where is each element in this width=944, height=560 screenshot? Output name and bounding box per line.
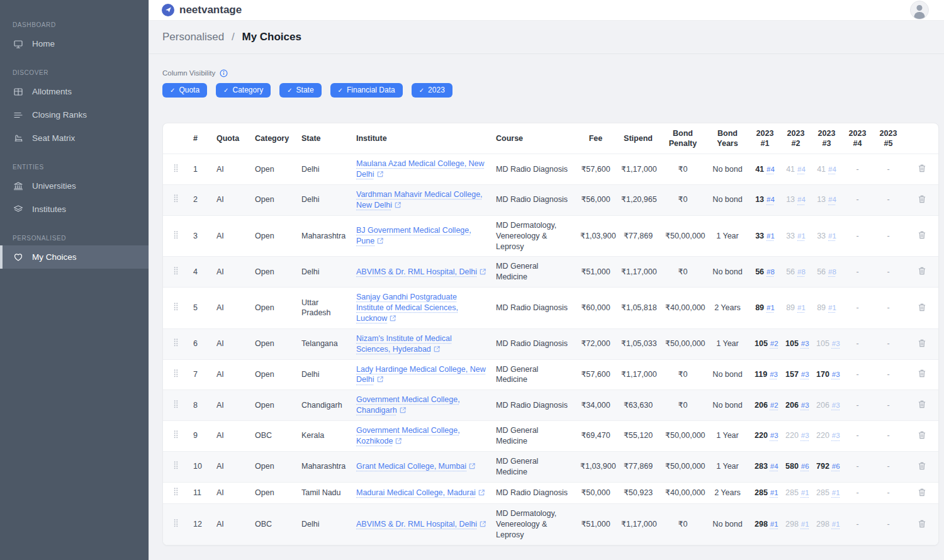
cell-bond_penalty: ₹40,00,000: [660, 482, 705, 504]
drag-handle-icon[interactable]: [173, 266, 179, 275]
institute-link[interactable]: Sanjay Gandhi Postgraduate Institute of …: [356, 293, 458, 323]
column-header-line: Years: [711, 138, 745, 148]
round-tag-link[interactable]: #1: [770, 489, 778, 496]
institute-link[interactable]: ABVIMS & Dr. RML Hospital, Delhi: [356, 267, 477, 276]
round-tag-link[interactable]: #4: [828, 165, 836, 173]
drag-handle-icon[interactable]: [173, 400, 179, 408]
round-tag-link[interactable]: #1: [828, 304, 836, 311]
round-tag-link[interactable]: #1: [797, 232, 806, 240]
delete-row-button[interactable]: [917, 230, 927, 240]
chip-state[interactable]: ✓State: [279, 83, 321, 98]
sidebar-item-my-choices[interactable]: My Choices: [0, 245, 149, 269]
round-tag-link[interactable]: #4: [767, 165, 775, 173]
delete-row-button[interactable]: [917, 368, 927, 379]
round-tag-link[interactable]: #8: [767, 268, 775, 276]
round-tag-link[interactable]: #1: [828, 232, 836, 240]
round-tag-link[interactable]: #1: [767, 304, 775, 311]
round-tag-link[interactable]: #3: [801, 371, 809, 378]
round-tag-link[interactable]: #3: [801, 401, 809, 409]
cell-course: MD Radio Diagnosis: [491, 482, 575, 504]
closing-rank-value: 56: [817, 267, 826, 276]
delete-row-button[interactable]: [917, 163, 927, 174]
chip-quota[interactable]: ✓Quota: [162, 83, 207, 98]
cell-quota: AI: [211, 215, 250, 257]
drag-handle-icon[interactable]: [173, 487, 179, 496]
chip-2023[interactable]: ✓2023: [412, 83, 452, 98]
round-tag-link[interactable]: #4: [767, 196, 775, 203]
delete-row-button[interactable]: [917, 194, 927, 204]
institute-link[interactable]: Government Medical College, Kozhikode: [356, 426, 460, 445]
cell-2023-round-1: 283#4: [750, 451, 780, 482]
chip-financial-data[interactable]: ✓Financial Data: [330, 83, 403, 98]
round-tag-link[interactable]: #3: [832, 340, 840, 347]
round-tag-link[interactable]: #8: [797, 268, 806, 276]
round-tag-link[interactable]: #4: [770, 462, 778, 470]
round-tag-link[interactable]: #1: [770, 520, 778, 528]
institute-link[interactable]: Lady Hardinge Medical College, New Delhi: [356, 365, 486, 384]
institute-link[interactable]: Madurai Medical College, Madurai: [356, 488, 476, 497]
round-tag-link[interactable]: #4: [797, 165, 806, 173]
sidebar-item-seat-matrix[interactable]: Seat Matrix: [0, 126, 149, 150]
drag-handle-icon[interactable]: [173, 369, 179, 378]
closing-rank-value: 89: [755, 303, 764, 312]
round-tag-link[interactable]: #8: [828, 268, 836, 276]
delete-row-button[interactable]: [917, 518, 927, 529]
round-tag-link[interactable]: #6: [801, 462, 809, 470]
institute-link[interactable]: Vardhman Mahavir Medical College, New De…: [356, 190, 483, 210]
delete-row-button[interactable]: [917, 487, 927, 498]
round-tag-link[interactable]: #1: [801, 520, 809, 528]
delete-row-button[interactable]: [917, 461, 927, 471]
round-tag-link[interactable]: #3: [770, 432, 778, 439]
drag-handle-icon[interactable]: [173, 461, 179, 469]
round-tag-link[interactable]: #3: [832, 371, 840, 378]
delete-row-button[interactable]: [917, 399, 927, 410]
round-tag-link[interactable]: #1: [801, 489, 809, 496]
round-tag-link[interactable]: #4: [828, 196, 836, 203]
empty-rank-value: -: [887, 370, 889, 379]
round-tag-link[interactable]: #1: [797, 304, 806, 311]
table-row: 1AIOpenDelhiMaulana Azad Medical College…: [163, 154, 939, 185]
sidebar-item-institutes[interactable]: Institutes: [0, 198, 149, 221]
round-tag-link[interactable]: #3: [832, 432, 840, 439]
round-tag-link[interactable]: #2: [770, 340, 778, 347]
cell-category: Open: [250, 482, 296, 504]
drag-handle-icon[interactable]: [173, 164, 179, 172]
institute-link[interactable]: Government Medical College, Chandigarh: [356, 395, 460, 415]
brand-logo[interactable]: neetvantage: [162, 4, 242, 16]
round-tag-link[interactable]: #3: [801, 432, 809, 439]
institute-link[interactable]: Grant Medical College, Mumbai: [356, 462, 466, 471]
drag-handle-icon[interactable]: [173, 194, 179, 203]
sidebar-item-closing-ranks[interactable]: Closing Ranks: [0, 103, 149, 126]
chip-category[interactable]: ✓Category: [216, 83, 271, 98]
cell-delete: [904, 390, 939, 421]
sidebar-item-allotments[interactable]: Allotments: [0, 80, 149, 103]
delete-row-button[interactable]: [917, 430, 927, 440]
drag-handle-icon[interactable]: [173, 338, 179, 347]
drag-handle-icon[interactable]: [173, 518, 179, 527]
sidebar-item-universities[interactable]: Universities: [0, 174, 149, 198]
institute-link[interactable]: ABVIMS & Dr. RML Hospital, Delhi: [356, 520, 477, 529]
chip-label: Financial Data: [347, 86, 395, 94]
delete-row-button[interactable]: [917, 338, 927, 349]
round-tag-link[interactable]: #1: [832, 489, 840, 496]
round-tag-link[interactable]: #3: [801, 340, 809, 347]
round-tag-link[interactable]: #3: [832, 401, 840, 409]
round-tag-link[interactable]: #3: [770, 371, 778, 378]
drag-handle-icon[interactable]: [173, 230, 179, 239]
round-tag-link[interactable]: #4: [797, 196, 806, 203]
drag-handle-icon[interactable]: [173, 430, 179, 439]
round-tag-link[interactable]: #1: [767, 232, 775, 240]
round-tag-link[interactable]: #2: [770, 401, 778, 409]
sidebar-item-home[interactable]: Home: [0, 32, 149, 55]
drag-handle-icon[interactable]: [173, 302, 179, 311]
user-avatar[interactable]: [910, 1, 929, 20]
delete-row-button[interactable]: [917, 302, 927, 313]
layers-icon: [13, 204, 23, 215]
round-tag-link[interactable]: #6: [832, 462, 840, 470]
cell-bond_penalty: ₹50,00,000: [660, 421, 705, 452]
delete-row-button[interactable]: [917, 266, 927, 276]
round-tag-link[interactable]: #1: [832, 520, 840, 528]
institute-link[interactable]: BJ Government Medical College, Pune: [356, 226, 471, 245]
info-icon[interactable]: [220, 69, 228, 77]
institute-link[interactable]: Maulana Azad Medical College, New Delhi: [356, 159, 485, 179]
